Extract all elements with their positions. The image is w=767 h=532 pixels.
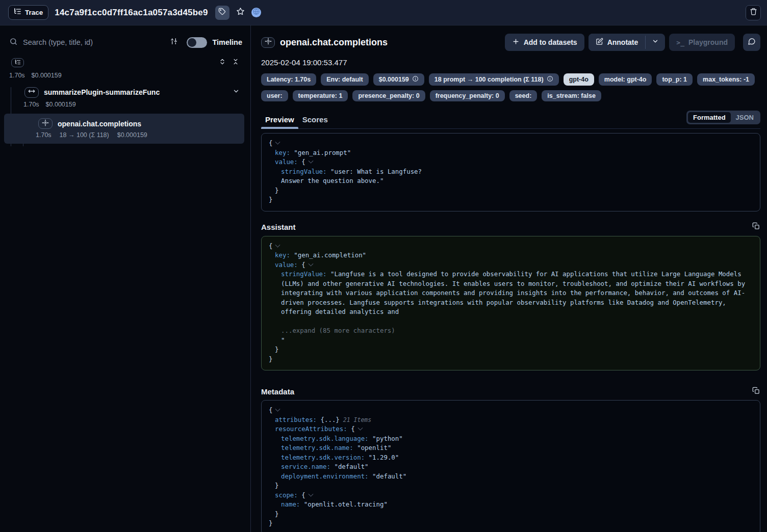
model-badge[interactable]: gpt-4o <box>564 73 594 86</box>
json-option[interactable]: JSON <box>731 112 759 123</box>
code-token: deployment.environment: <box>281 472 372 480</box>
code-token: "gen_ai.completion" <box>294 251 366 259</box>
code-token: name: <box>281 500 304 508</box>
observation-timestamp: 2025-02-04 19:00:53.477 <box>261 58 760 67</box>
code-token: " <box>281 336 285 344</box>
collapse-all-button[interactable] <box>231 58 240 67</box>
top-bar: Trace 14c7a9f1cc0d7ff16ac1a057a3d45be9 <box>0 0 767 25</box>
star-button[interactable] <box>235 7 247 19</box>
collapse-chevron-icon[interactable] <box>357 425 363 431</box>
expand-text-link[interactable]: ...expand (85 more characters) <box>281 327 395 334</box>
cost-badge[interactable]: $0.000159 <box>373 73 424 86</box>
code-token: telemetry.sdk.name: <box>281 444 357 451</box>
public-globe-button[interactable] <box>251 8 261 17</box>
generation-icon <box>42 119 49 128</box>
annotate-label: Annotate <box>607 38 638 46</box>
model-param-badge: model: gpt-4o <box>599 73 652 86</box>
top-p-badge: top_p: 1 <box>656 73 693 86</box>
sliders-icon <box>170 37 178 47</box>
code-token: scope: <box>275 491 301 499</box>
observation-detail-panel: openai.chat.completions Add to datasets … <box>251 25 767 532</box>
star-icon <box>236 7 245 18</box>
toggle-knob <box>188 38 196 47</box>
chevrons-up-down-icon <box>219 58 226 67</box>
span-cost: $0.000159 <box>46 101 76 108</box>
trace-metrics: 1.70s $0.000159 <box>0 72 250 79</box>
tab-preview[interactable]: Preview <box>261 113 298 128</box>
code-token: "gen_ai.prompt" <box>294 149 351 156</box>
annotate-dropdown-button[interactable] <box>646 34 665 51</box>
code-token: stringValue: <box>281 168 330 175</box>
search-input[interactable] <box>23 38 168 46</box>
annotate-split-button: Annotate <box>589 34 666 51</box>
annotate-button[interactable]: Annotate <box>589 34 646 51</box>
format-toggle: Formatted JSON <box>686 111 760 124</box>
collapse-chevron-icon[interactable] <box>275 140 280 145</box>
delete-trace-button[interactable] <box>746 5 761 20</box>
frequency-penalty-badge: frequency_penalty: 0 <box>430 90 505 101</box>
code-token: } <box>275 482 278 489</box>
code-token: key: <box>275 149 294 156</box>
expand-all-button[interactable] <box>218 58 227 67</box>
code-token: { <box>269 139 272 147</box>
collapse-chevron-icon[interactable] <box>275 242 280 247</box>
code-token: "Langfuse is a tool designed to provide … <box>281 270 749 315</box>
presence-penalty-badge: presence_penalty: 0 <box>352 90 425 101</box>
code-token: { <box>351 425 354 433</box>
code-token: attributes: <box>275 416 321 423</box>
comments-button[interactable] <box>743 34 760 51</box>
timeline-toggle[interactable] <box>187 37 207 48</box>
tree-item-generation-selected[interactable]: openai.chat.completions 1.70s 18 → 100 (… <box>4 114 244 144</box>
code-token: } <box>275 187 278 194</box>
tab-scores[interactable]: Scores <box>298 113 332 128</box>
tree-item-span[interactable]: summarizePlugin-summarizeFunc 1.70s $0.0… <box>0 86 250 108</box>
code-token: 21 Items <box>340 416 371 423</box>
code-token: "python" <box>372 435 403 442</box>
code-token: value: <box>275 261 301 269</box>
list-tree-icon <box>15 58 21 67</box>
playground-button[interactable]: >_ Playground <box>669 34 735 51</box>
formatted-option[interactable]: Formatted <box>688 112 731 123</box>
code-token: { <box>301 491 305 499</box>
trace-root-chip[interactable] <box>11 58 24 67</box>
timeline-label: Timeline <box>212 38 242 46</box>
add-to-datasets-button[interactable]: Add to datasets <box>505 34 584 51</box>
code-token: } <box>269 196 272 203</box>
trace-latency: 1.70s <box>9 72 25 79</box>
latency-badge: Latency: 1.70s <box>261 73 316 86</box>
code-token: telemetry.sdk.version: <box>281 454 369 461</box>
metadata-section-header: Metadata <box>261 387 760 396</box>
token-usage-badge[interactable]: 18 prompt → 100 completion (Σ 118) <box>429 73 559 86</box>
user-badge: user: <box>261 90 288 101</box>
playground-label: Playground <box>688 38 728 46</box>
tag-icon <box>218 8 226 17</box>
info-icon <box>412 75 419 84</box>
collapse-chevron-icon[interactable] <box>308 158 313 164</box>
list-tree-icon <box>14 8 21 17</box>
collapse-chevron-icon[interactable] <box>275 407 280 412</box>
trash-icon <box>750 8 757 17</box>
view-settings-button[interactable] <box>168 37 180 48</box>
code-token: } <box>275 345 278 353</box>
collapse-chevron-icon[interactable] <box>308 491 313 496</box>
comment-icon <box>748 37 756 47</box>
badge-row-1: Latency: 1.70s Env: default $0.000159 18… <box>261 73 760 86</box>
code-token: { <box>301 158 305 166</box>
copy-icon <box>752 387 760 396</box>
page-title: openai.chat.completions <box>280 37 388 48</box>
add-to-datasets-label: Add to datasets <box>524 38 577 46</box>
collapse-children-button[interactable] <box>232 88 240 96</box>
tabs-bar: Preview Scores Formatted JSON <box>261 111 760 129</box>
copy-assistant-button[interactable] <box>751 223 760 232</box>
code-token: resourceAttributes: <box>275 425 351 433</box>
tag-button[interactable] <box>215 6 229 20</box>
generation-tokens: 18 → 100 (Σ 118) <box>60 131 109 139</box>
generation-label: openai.chat.completions <box>58 120 141 128</box>
search-row: Timeline <box>0 34 250 51</box>
code-token: } <box>275 510 278 518</box>
code-token: { <box>301 261 305 269</box>
copy-metadata-button[interactable] <box>751 387 760 396</box>
code-token: key: <box>275 251 294 259</box>
collapse-chevron-icon[interactable] <box>308 261 313 266</box>
code-token: "1.29.0" <box>369 454 399 461</box>
